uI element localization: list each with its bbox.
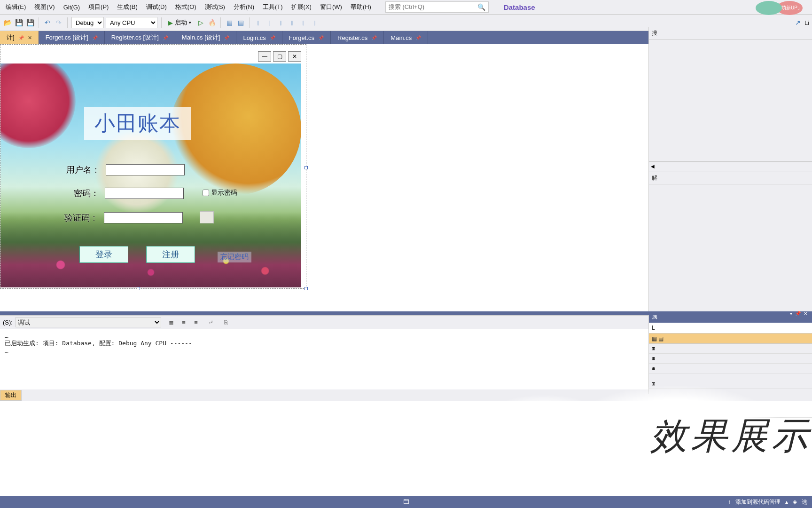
menu-extensions[interactable]: 扩展(X) [288, 1, 315, 13]
open-icon[interactable]: 📂 [3, 18, 12, 27]
close-icon[interactable]: ✕ [28, 35, 32, 41]
menu-project[interactable]: 项目(P) [85, 1, 112, 13]
menu-test[interactable]: 测试(S) [201, 1, 229, 13]
output-wordwrap-icon[interactable]: ⤶ [206, 318, 216, 327]
solution-tab[interactable]: 解 [649, 172, 812, 184]
username-input[interactable] [106, 164, 185, 175]
menu-window[interactable]: 窗口(W) [316, 1, 346, 13]
select-label[interactable]: 选 [802, 498, 807, 506]
property-selected[interactable]: L [649, 323, 812, 333]
tab-design-active[interactable]: 计]📌✕ [0, 31, 39, 44]
pin-icon[interactable]: 📌 [795, 311, 801, 316]
register-button[interactable]: 注册 [146, 246, 195, 263]
platform-dropdown[interactable]: Any CPU [106, 17, 157, 28]
pin-icon[interactable]: 📌 [18, 35, 24, 40]
show-password[interactable]: 显示密码 [203, 189, 237, 197]
pin-icon[interactable]: 📌 [163, 35, 168, 40]
resize-handle-corner[interactable] [304, 287, 308, 290]
close-icon[interactable]: ✕ [804, 311, 807, 316]
menu-view[interactable]: 视图(V) [31, 1, 58, 13]
play-noDebug-icon[interactable]: ▷ [196, 18, 205, 27]
pin-icon[interactable]: 📌 [371, 35, 377, 40]
menu-analyze[interactable]: 分析(N) [230, 1, 258, 13]
tab-forget-design[interactable]: Forget.cs [设计]📌 [39, 31, 105, 44]
menu-edit[interactable]: 编辑(E) [2, 1, 30, 13]
live-share[interactable]: Li [804, 19, 809, 26]
property-toolbar[interactable]: ▦ ▤ [649, 333, 812, 344]
quick-search[interactable]: 搜索 (Ctrl+Q) 🔍 [385, 1, 489, 13]
output-tab[interactable]: 输出 [0, 390, 22, 401]
status-center-icon[interactable]: 🗔 [403, 499, 409, 505]
panel-nav[interactable]: ◀ [649, 162, 812, 172]
prop-row[interactable]: ⊞ [649, 364, 812, 373]
design-surface[interactable]: — ▢ ✕ 小田账本 用户名： 密码： 显示密码 [0, 44, 306, 289]
menu-git[interactable]: Git(G) [60, 2, 84, 13]
pin-icon[interactable]: 📌 [415, 35, 421, 40]
align2-icon[interactable]: ⫿ [265, 18, 274, 27]
prop-row[interactable]: ⊞ [649, 354, 812, 364]
output-icon[interactable]: ≣ [167, 318, 176, 327]
search-placeholder: 搜索 (Ctrl+Q) [389, 3, 424, 11]
solution-explorer[interactable] [649, 40, 812, 162]
dropdown-icon[interactable]: ▾ [790, 311, 792, 316]
add-to-source-control[interactable]: 添加到源代码管理 [735, 498, 781, 506]
redo-icon[interactable]: ↷ [54, 18, 63, 27]
align5-icon[interactable]: ⫿ [298, 18, 308, 27]
layout2-icon[interactable]: ▤ [236, 18, 245, 27]
output-icon[interactable]: ≡ [179, 318, 188, 327]
app-title: 小田账本 [84, 107, 191, 140]
right-dock: 搜 ◀ 解 属 L ▦ ▤ ⊞ ⊞ ⊞ ⊞ ⊞ [648, 27, 812, 394]
close-button[interactable]: ✕ [288, 51, 301, 62]
show-password-checkbox[interactable] [203, 190, 209, 196]
pin-icon[interactable]: 📌 [224, 35, 229, 40]
login-button[interactable]: 登录 [79, 246, 128, 263]
pin-icon[interactable]: 📌 [92, 35, 98, 40]
menu-format[interactable]: 格式(O) [172, 1, 200, 13]
menu-tools[interactable]: 工具(T) [259, 1, 287, 13]
align3-icon[interactable]: ⫿ [276, 18, 285, 27]
password-input[interactable] [105, 188, 184, 199]
captcha-input[interactable] [104, 212, 183, 223]
menu-debug[interactable]: 调试(D) [142, 1, 171, 13]
maximize-button[interactable]: ▢ [273, 51, 286, 62]
tab-main-design[interactable]: Main.cs [设计]📌 [175, 31, 237, 44]
badge-green [756, 1, 782, 15]
window-chrome: — ▢ ✕ [258, 51, 301, 62]
tab-forget-cs[interactable]: Forget.cs📌 [282, 31, 331, 44]
captcha-image[interactable] [200, 211, 214, 223]
save-all-icon[interactable]: 💾 [25, 18, 35, 27]
resize-handle-bottom[interactable] [137, 287, 140, 290]
minimize-button[interactable]: — [258, 51, 271, 62]
pin-icon[interactable]: 📌 [270, 35, 275, 40]
hot-reload-icon[interactable]: 🔥 [207, 18, 217, 27]
layout-icon[interactable]: ▦ [225, 18, 234, 27]
tab-login-cs[interactable]: Login.cs📌 [236, 31, 282, 44]
output-source-select[interactable]: 调试 [16, 317, 161, 327]
save-icon[interactable]: 💾 [14, 18, 23, 27]
output-clear-icon[interactable]: ⎘ [221, 318, 231, 327]
forgot-password-link[interactable]: 忘记密码 [218, 252, 251, 262]
chevron-up-icon[interactable]: ▴ [785, 499, 788, 505]
align-icon[interactable]: ⫿ [253, 18, 263, 27]
align4-icon[interactable]: ⫿ [287, 18, 297, 27]
select-repo-icon[interactable]: ◈ [793, 499, 797, 505]
tab-main-cs[interactable]: Main.cs📌 [384, 31, 428, 44]
prop-row[interactable]: ⊞ [649, 344, 812, 354]
source-control-arrow-icon: ↑ [728, 499, 731, 505]
tab-register-cs[interactable]: Register.cs📌 [331, 31, 384, 44]
resize-handle-right[interactable] [304, 166, 308, 169]
start-button[interactable]: ▶启动▾ [165, 17, 194, 28]
solution-search[interactable]: 搜 [649, 27, 812, 40]
align6-icon[interactable]: ⫿ [310, 18, 319, 27]
menu-help[interactable]: 帮助(H) [347, 1, 375, 13]
undo-icon[interactable]: ↶ [43, 18, 52, 27]
config-dropdown[interactable]: Debug [71, 17, 104, 28]
output-divider[interactable]: ▾📌✕ [0, 311, 812, 315]
tab-register-design[interactable]: Register.cs [设计]📌 [105, 31, 175, 44]
search-icon: 🔍 [477, 3, 485, 11]
pin-icon[interactable]: 📌 [318, 35, 324, 40]
menu-build[interactable]: 生成(B) [113, 1, 141, 13]
status-bar: 🗔 ↑ 添加到源代码管理 ▴ ◈ 选 [0, 496, 812, 508]
output-icon[interactable]: ≡ [191, 318, 201, 327]
share-icon[interactable]: ↗ [793, 18, 803, 27]
